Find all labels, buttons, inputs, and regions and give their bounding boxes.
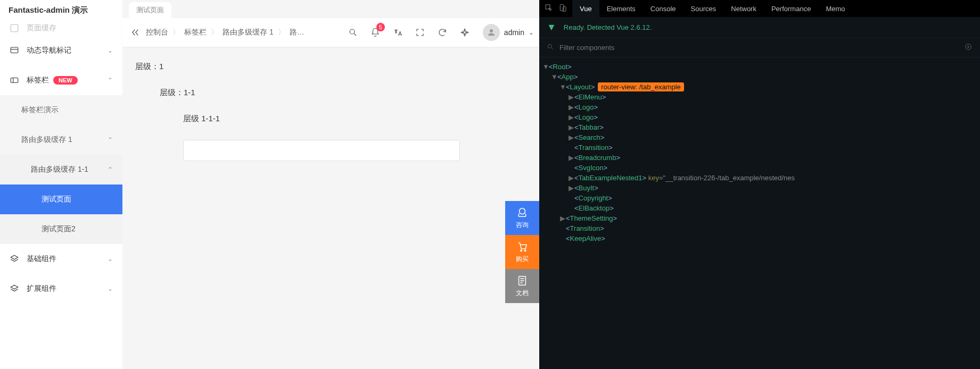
sidebar-item-cache1[interactable]: 路由多级缓存 1 ⌃ bbox=[0, 125, 122, 155]
tree-node[interactable]: ▶<Breadcrumb> bbox=[539, 153, 980, 163]
sidebar-item-tabbar[interactable]: 标签栏 NEW ⌃ bbox=[0, 65, 122, 95]
text-input[interactable] bbox=[183, 140, 460, 161]
tree-twisty-icon[interactable]: ▶ bbox=[568, 93, 574, 101]
chevron-down-icon: ⌄ bbox=[529, 29, 534, 36]
user-menu[interactable]: admin ⌄ bbox=[483, 24, 534, 41]
sidebar-item-label: 基础组件 bbox=[27, 254, 56, 264]
tree-node[interactable]: ▶<BuyIt> bbox=[539, 183, 980, 193]
tree-twisty-icon[interactable]: ▼ bbox=[551, 73, 557, 81]
sidebar-item-testpage2[interactable]: 测试页面2 bbox=[0, 214, 122, 244]
devtools-tab-vue[interactable]: Vue bbox=[572, 0, 599, 17]
svg-rect-2 bbox=[11, 78, 18, 83]
tree-twisty-icon[interactable]: ▶ bbox=[568, 154, 574, 162]
component-tree: ▼<Root>▼<App>▼<Layout>router-view: /tab_… bbox=[539, 57, 980, 248]
devtools-tab-performance[interactable]: Performance bbox=[764, 0, 818, 17]
tree-twisty-icon[interactable]: ▶ bbox=[568, 123, 574, 131]
tree-node[interactable]: <KeepAlive> bbox=[539, 233, 980, 244]
buy-button[interactable]: 购买 bbox=[505, 235, 539, 269]
tree-node[interactable]: <SvgIcon> bbox=[539, 163, 980, 173]
float-buttons: 咨询 购买 文档 bbox=[505, 201, 539, 303]
svg-rect-0 bbox=[11, 24, 18, 32]
tab-testpage[interactable]: 测试页面 bbox=[129, 2, 171, 18]
sidebar-item-cache1-1[interactable]: 路由多级缓存 1-1 ⌃ bbox=[0, 155, 122, 184]
tree-twisty-icon[interactable]: ▶ bbox=[559, 214, 566, 222]
tree-node[interactable]: <Copyright> bbox=[539, 193, 980, 203]
tree-twisty-icon[interactable]: ▶ bbox=[568, 174, 574, 182]
tree-node[interactable]: ▶<TabExampleNested1> key="__transition-2… bbox=[539, 173, 980, 183]
sidebar-item-label: 页面缓存 bbox=[27, 23, 56, 33]
button-label: 咨询 bbox=[516, 221, 529, 230]
tree-node[interactable]: <Transition> bbox=[539, 223, 980, 233]
breadcrumb-sep: 〉 bbox=[172, 28, 180, 37]
tree-twisty-icon[interactable]: ▶ bbox=[568, 103, 574, 111]
sidebar-item-label: 测试页面 bbox=[42, 195, 71, 204]
button-label: 购买 bbox=[516, 255, 529, 264]
devtools-tabs: Vue Elements Console Sources Network Per… bbox=[539, 0, 980, 17]
crumb[interactable]: 路由多级缓存 1 bbox=[223, 28, 274, 37]
topbar: 控制台〉 标签栏〉 路由多级缓存 1〉 路… 5 admin ⌄ bbox=[122, 18, 539, 47]
tree-twisty-icon[interactable]: ▼ bbox=[542, 63, 549, 71]
tree-node[interactable]: ▶<Logo> bbox=[539, 112, 980, 122]
crumb[interactable]: 控制台 bbox=[146, 28, 168, 37]
consult-button[interactable]: 咨询 bbox=[505, 201, 539, 235]
crumb[interactable]: 标签栏 bbox=[184, 28, 207, 37]
sidebar-item-dynamic-nav[interactable]: 动态导航标记 ⌄ bbox=[0, 36, 122, 65]
fullscreen-icon[interactable] bbox=[415, 27, 425, 38]
collapse-icon[interactable] bbox=[130, 27, 141, 38]
user-name: admin bbox=[504, 28, 524, 37]
tree-twisty-icon[interactable]: ▶ bbox=[568, 133, 574, 141]
tree-node[interactable]: ▶<Logo> bbox=[539, 102, 980, 112]
tree-twisty-icon[interactable]: ▶ bbox=[568, 113, 574, 121]
select-component-icon[interactable] bbox=[964, 43, 973, 53]
sidebar-item-basic-components[interactable]: 基础组件 ⌄ bbox=[0, 244, 122, 274]
devtools-tab-elements[interactable]: Elements bbox=[599, 0, 643, 17]
notification-icon[interactable]: 5 bbox=[370, 27, 381, 38]
tree-node[interactable]: ▶<ThemeSetting> bbox=[539, 213, 980, 223]
sidebar-item-ext-components[interactable]: 扩展组件 ⌄ bbox=[0, 274, 122, 304]
devtools-status-text: Ready. Detected Vue 2.6.12. bbox=[564, 23, 652, 31]
tree-node[interactable]: ▶<ElMenu> bbox=[539, 92, 980, 102]
svg-point-7 bbox=[521, 249, 522, 251]
devtools-tab-sources[interactable]: Sources bbox=[683, 0, 724, 17]
filter-input[interactable] bbox=[559, 44, 959, 52]
crumb: 路… bbox=[290, 28, 304, 37]
tree-twisty-icon[interactable]: ▶ bbox=[568, 184, 574, 192]
devtools-tab-memory[interactable]: Memo bbox=[818, 0, 852, 17]
level-2-label: 层级：1-1 bbox=[160, 88, 526, 98]
devtools-tab-console[interactable]: Console bbox=[643, 0, 683, 17]
refresh-icon[interactable] bbox=[437, 27, 448, 38]
breadcrumb: 控制台〉 标签栏〉 路由多级缓存 1〉 路… bbox=[146, 28, 342, 37]
tree-node[interactable]: ▶<Tabbar> bbox=[539, 122, 980, 132]
app-title: Fantastic-admin 演示 bbox=[0, 0, 122, 21]
translate-icon[interactable] bbox=[392, 27, 403, 38]
chevron-down-icon: ⌄ bbox=[108, 47, 113, 54]
sidebar-item-truncated[interactable]: 页面缓存 bbox=[0, 21, 122, 36]
sidebar-item-label: 标签栏 bbox=[27, 76, 49, 85]
inspect-icon[interactable] bbox=[545, 4, 553, 14]
svg-point-14 bbox=[966, 44, 971, 50]
theme-icon[interactable] bbox=[459, 27, 470, 38]
new-badge: NEW bbox=[53, 76, 78, 85]
docs-button[interactable]: 文档 bbox=[505, 269, 539, 303]
sidebar-item-label: 扩展组件 bbox=[27, 284, 56, 293]
sidebar-item-tabdemo[interactable]: 标签栏演示 bbox=[0, 95, 122, 125]
tree-node[interactable]: ▼<Layout>router-view: /tab_example bbox=[539, 82, 980, 92]
device-icon[interactable] bbox=[558, 4, 567, 14]
tree-node[interactable]: ▼<App> bbox=[539, 72, 980, 82]
toolbar-icons: 5 bbox=[348, 27, 470, 38]
tree-node[interactable]: ▼<Root> bbox=[539, 62, 980, 72]
tree-node[interactable]: <ElBacktop> bbox=[539, 203, 980, 213]
layers-icon bbox=[10, 284, 19, 293]
tree-node[interactable]: ▶<Search> bbox=[539, 132, 980, 142]
penguin-icon bbox=[516, 207, 528, 219]
page-cache-icon bbox=[10, 23, 19, 33]
tree-node[interactable]: <Transition> bbox=[539, 142, 980, 153]
search-icon[interactable] bbox=[348, 27, 358, 38]
sidebar-item-testpage[interactable]: 测试页面 bbox=[0, 184, 122, 214]
vue-logo-icon: ▼ bbox=[547, 22, 556, 33]
devtools-filter bbox=[539, 38, 980, 57]
tree-twisty-icon[interactable]: ▼ bbox=[559, 83, 566, 91]
doc-icon bbox=[516, 275, 528, 287]
chevron-down-icon: ⌄ bbox=[108, 255, 113, 263]
devtools-tab-network[interactable]: Network bbox=[723, 0, 764, 17]
